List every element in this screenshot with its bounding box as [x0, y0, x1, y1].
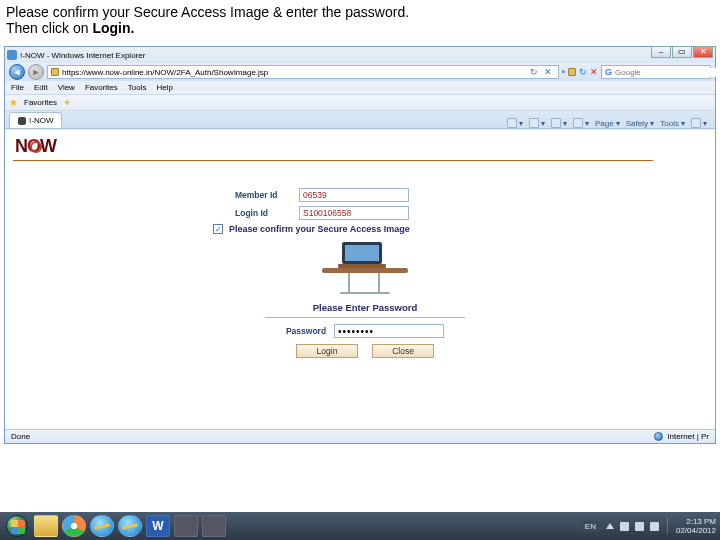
feeds-icon	[529, 118, 539, 128]
browser-window: !-NOW - Windows Internet Explorer – ▭ ✕ …	[4, 46, 716, 444]
login-id-label: Login Id	[235, 208, 299, 218]
divider	[265, 317, 465, 318]
lock-icon	[51, 68, 59, 76]
menu-view[interactable]: View	[58, 83, 75, 92]
divider	[13, 160, 653, 161]
status-text: Done	[11, 432, 30, 441]
compat-icon[interactable]: •	[562, 67, 565, 77]
password-input[interactable]	[334, 324, 444, 338]
search-box[interactable]: G 🔍	[601, 65, 711, 79]
confirm-image-text: Please confirm your Secure Access Image	[229, 224, 410, 234]
stop-button[interactable]: ✕	[590, 67, 598, 77]
enter-password-heading: Please Enter Password	[235, 302, 495, 313]
favorites-bar: ★ Favorites ✦	[5, 95, 715, 111]
forward-button[interactable]: ►	[28, 64, 44, 80]
suggested-sites-icon[interactable]: ✦	[63, 97, 71, 108]
menu-favorites[interactable]: Favorites	[85, 83, 118, 92]
home-button[interactable]: ▾	[507, 118, 523, 128]
secure-access-image	[320, 240, 410, 296]
url-input[interactable]	[59, 68, 527, 77]
tab-label: !-NOW	[29, 116, 53, 125]
refresh-icon[interactable]: ↻	[527, 67, 541, 77]
taskbar-chrome[interactable]	[62, 515, 86, 537]
command-bar: ▾ ▾ ▾ ▾ Page ▾ Safety ▾ Tools ▾ ▾	[507, 118, 711, 128]
favorites-label[interactable]: Favorites	[24, 98, 57, 107]
taskbar-word[interactable]: W	[146, 515, 170, 537]
maximize-button[interactable]: ▭	[672, 46, 692, 58]
login-form: Member Id 06539 Login Id S100106558 Plea…	[235, 188, 495, 358]
favorites-star-icon[interactable]: ★	[9, 97, 18, 108]
home-icon	[507, 118, 517, 128]
title-bar: !-NOW - Windows Internet Explorer – ▭ ✕	[5, 47, 715, 63]
password-label: Password	[286, 326, 326, 336]
internet-zone-icon	[654, 432, 663, 441]
window-title: !-NOW - Windows Internet Explorer	[20, 51, 145, 60]
status-bar: Done Internet | Pr	[5, 429, 715, 443]
menu-edit[interactable]: Edit	[34, 83, 48, 92]
taskbar-app-2[interactable]	[202, 515, 226, 537]
print-button[interactable]: ▾	[573, 118, 589, 128]
menu-help[interactable]: Help	[156, 83, 172, 92]
tray-overflow-icon[interactable]	[606, 523, 614, 529]
tab-bar: !-NOW ▾ ▾ ▾ ▾ Page ▾ Safety ▾ Tools ▾ ▾	[5, 111, 715, 129]
now-logo: NOW	[15, 136, 56, 157]
taskbar-app[interactable]	[174, 515, 198, 537]
tab-favicon	[18, 117, 26, 125]
refresh-button[interactable]: ↻	[579, 67, 587, 77]
search-input[interactable]	[615, 68, 720, 77]
stop-icon[interactable]: ✕	[541, 67, 555, 77]
mail-icon	[551, 118, 561, 128]
windows-taskbar: W EN 2:13 PM02/04/2012	[0, 512, 720, 540]
zone-text: Internet | Pr	[667, 432, 709, 441]
feeds-button[interactable]: ▾	[529, 118, 545, 128]
active-tab[interactable]: !-NOW	[9, 112, 62, 128]
volume-icon[interactable]	[650, 522, 659, 531]
print-icon	[573, 118, 583, 128]
member-id-field[interactable]: 06539	[299, 188, 409, 202]
menu-file[interactable]: File	[11, 83, 24, 92]
clock[interactable]: 2:13 PM02/04/2012	[676, 517, 716, 535]
system-tray: EN 2:13 PM02/04/2012	[581, 517, 720, 535]
app-icon	[7, 50, 17, 60]
readmail-button[interactable]: ▾	[551, 118, 567, 128]
taskbar-ie[interactable]	[90, 515, 114, 537]
address-bar[interactable]: ↻ ✕	[47, 65, 559, 79]
taskbar-explorer[interactable]	[34, 515, 58, 537]
minimize-button[interactable]: –	[651, 46, 671, 58]
menu-bar: File Edit View Favorites Tools Help	[5, 81, 715, 95]
ssl-lock-icon	[568, 68, 576, 76]
page-menu[interactable]: Page ▾	[595, 119, 620, 128]
address-bar-row: ◄ ► ↻ ✕ • ↻ ✕ G 🔍	[5, 63, 715, 81]
language-indicator[interactable]: EN	[581, 521, 600, 532]
confirm-image-checkbox[interactable]	[213, 224, 223, 234]
search-provider-icon: G	[605, 67, 612, 77]
login-button[interactable]: Login	[296, 344, 358, 358]
windows-orb-icon	[6, 515, 28, 537]
tray-icon[interactable]	[620, 522, 629, 531]
taskbar-ie-2[interactable]	[118, 515, 142, 537]
close-button[interactable]: Close	[372, 344, 434, 358]
login-id-field[interactable]: S100106558	[299, 206, 409, 220]
help-button[interactable]: ▾	[691, 118, 707, 128]
network-icon[interactable]	[635, 522, 644, 531]
back-button[interactable]: ◄	[9, 64, 25, 80]
start-button[interactable]	[2, 512, 32, 540]
window-close-button[interactable]: ✕	[693, 46, 713, 58]
safety-menu[interactable]: Safety ▾	[626, 119, 655, 128]
instruction-text: Please confirm your Secure Access Image …	[0, 0, 720, 38]
menu-tools[interactable]: Tools	[128, 83, 147, 92]
page-content: NOW Member Id 06539 Login Id S100106558 …	[5, 129, 715, 429]
help-icon	[691, 118, 701, 128]
member-id-label: Member Id	[235, 190, 299, 200]
tools-menu[interactable]: Tools ▾	[660, 119, 685, 128]
